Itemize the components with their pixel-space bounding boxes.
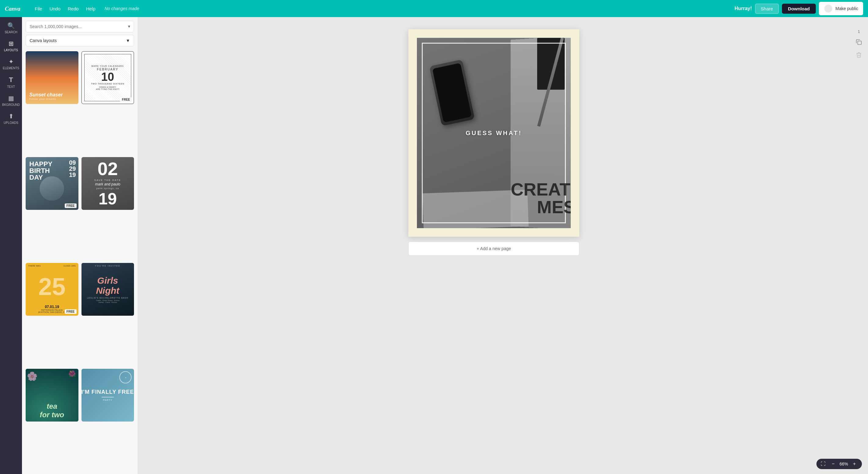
sidebar-label-background: BKGROUND (2, 103, 20, 106)
sidebar-label-layouts: LAYOUTS (4, 48, 18, 52)
free-badge-reunion: FREE (65, 309, 76, 314)
search-icon: 🔍 (7, 22, 15, 29)
fullscreen-icon[interactable]: ⛶ (821, 461, 826, 467)
canvas-inner: GUESS WHAT! CREATI MES (417, 38, 571, 228)
sidebar-item-background[interactable]: ▦ BKGROUND (1, 92, 21, 109)
layout-dropdown-chevron-icon: ▼ (126, 38, 130, 43)
delete-page-button[interactable] (856, 52, 862, 60)
sidebar-item-layouts[interactable]: ⊞ LAYOUTS (1, 37, 21, 54)
text-icon: T (9, 76, 13, 84)
uploads-icon: ⬆ (8, 112, 14, 120)
template-savedate[interactable]: 02 save the date mark and paulo palm spr… (82, 157, 134, 210)
main-layout: 🔍 SEARCH ⊞ LAYOUTS ✦ ELEMENTS T TEXT ▦ B… (0, 17, 868, 474)
icon-sidebar: 🔍 SEARCH ⊞ LAYOUTS ✦ ELEMENTS T TEXT ▦ B… (0, 17, 22, 474)
avatar (824, 4, 833, 13)
canvas-headline: GUESS WHAT! (466, 130, 522, 136)
nav-right-controls: Hurray! Share Download Make public (735, 2, 863, 15)
nav-menu: File Undo Redo Help (32, 4, 99, 13)
layout-dropdown[interactable]: Canva layouts ▼ (26, 35, 134, 46)
right-panel: 1 (850, 17, 868, 474)
template-birthday[interactable]: 09 29 19 HAPPYBIRTHDAY FREE (26, 157, 79, 210)
canvas-center-text: GUESS WHAT! (466, 130, 522, 137)
share-button[interactable]: Share (755, 4, 779, 14)
template-travel[interactable]: I'M FINALLY FREE PARTY ✈ (82, 369, 134, 421)
sidebar-item-elements[interactable]: ✦ ELEMENTS (1, 56, 21, 72)
sidebar-label-text: TEXT (7, 85, 15, 89)
template-feb10[interactable]: MARK YOUR CALENDARS FEBRUARY 10 TWO THOU… (82, 51, 134, 104)
background-icon: ▦ (8, 95, 14, 102)
redo-button[interactable]: Redo (65, 4, 82, 13)
canvas-right-text-mes: MES (510, 198, 571, 216)
left-panel: ▼ Canva layouts ▼ Sunset chaser Follow y… (22, 17, 138, 474)
free-badge-bday: FREE (65, 203, 76, 208)
sidebar-label-elements: ELEMENTS (3, 67, 19, 70)
zoom-controls: ⛶ − 66% + (816, 459, 862, 469)
canva-logo[interactable]: Canva (5, 4, 23, 13)
sidebar-item-text[interactable]: T TEXT (1, 73, 21, 91)
template-girls-night[interactable]: YOU'RE INVITED GirlsNight LESLIE'S BACHE… (82, 263, 134, 316)
search-input-wrap: ▼ (26, 21, 134, 32)
svg-rect-1 (858, 41, 861, 44)
template-sunset-chaser[interactable]: Sunset chaser Follow your dreams (26, 51, 79, 104)
svg-text:Canva: Canva (5, 5, 21, 12)
canvas-background-image: GUESS WHAT! CREATI MES (417, 38, 571, 228)
free-badge: FREE (120, 97, 132, 102)
page-number: 1 (858, 29, 860, 34)
save-status: No changes made (105, 6, 140, 11)
add-page-button[interactable]: + Add a new page (408, 242, 579, 256)
top-navigation: Canva File Undo Redo Help No changes mad… (0, 0, 868, 17)
layout-dropdown-label: Canva layouts (30, 38, 57, 43)
download-button[interactable]: Download (782, 4, 816, 14)
undo-button[interactable]: Undo (46, 4, 63, 13)
elements-icon: ✦ (8, 58, 14, 65)
help-menu[interactable]: Help (83, 4, 99, 13)
make-public-label: Make public (835, 6, 858, 11)
duplicate-page-button[interactable] (856, 39, 862, 47)
sidebar-item-search[interactable]: 🔍 SEARCH (1, 20, 21, 36)
canvas-right-text-creat: CREATI (510, 180, 571, 198)
layouts-icon: ⊞ (8, 40, 14, 47)
hurray-label: Hurray! (735, 6, 752, 11)
template-tea[interactable]: teafor two 🌸 🌺 (26, 369, 79, 421)
sidebar-label-search: SEARCH (5, 31, 18, 34)
canvas-page[interactable]: GUESS WHAT! CREATI MES (408, 29, 579, 237)
make-public-button[interactable]: Make public (819, 2, 863, 15)
file-menu[interactable]: File (32, 4, 45, 13)
zoom-in-button[interactable]: + (851, 461, 858, 467)
template-grid: Sunset chaser Follow your dreams MARK YO… (22, 49, 138, 474)
search-input[interactable] (26, 21, 134, 32)
template-reunion[interactable]: THERE WASCLASS 1991 25 07.01.19 PATTERSO… (26, 263, 79, 316)
sidebar-label-uploads: UPLOADS (4, 121, 18, 125)
sidebar-item-uploads[interactable]: ⬆ UPLOADS (1, 110, 21, 127)
zoom-out-button[interactable]: − (830, 461, 836, 467)
canvas-area: GUESS WHAT! CREATI MES + Add a new page (138, 17, 850, 474)
zoom-level-display: 66% (840, 462, 848, 466)
search-container: ▼ (22, 17, 138, 35)
